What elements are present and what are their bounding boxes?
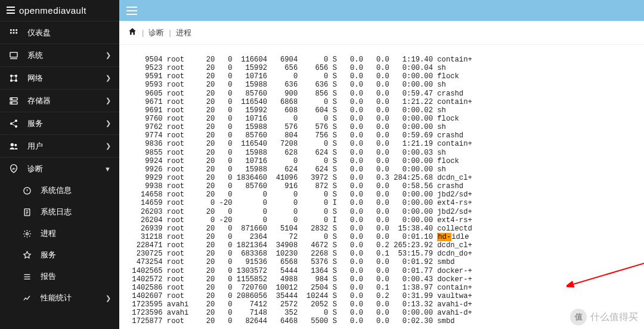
sidebar-item-3[interactable]: 存储器 ❯ [0, 89, 119, 112]
sidebar-item-label: 性能统计 [41, 293, 97, 303]
star-icon [21, 250, 32, 260]
sidebar-item-label: 存储器 [27, 96, 97, 106]
chevron-right-icon: ❯ [106, 142, 111, 150]
chevron-right-icon: ❯ [106, 51, 111, 59]
report-icon [21, 271, 32, 282]
svg-point-25 [26, 232, 28, 235]
breadcrumb-separator: | [169, 28, 171, 37]
network-icon [8, 73, 19, 84]
dashboard-icon [8, 27, 19, 38]
sidebar-item-5[interactable]: 用户 ❯ [0, 134, 119, 157]
svg-point-11 [15, 75, 17, 77]
svg-point-12 [10, 79, 13, 82]
sidebar-item-label: 用户 [27, 141, 97, 152]
sidebar-item-6[interactable]: 诊断 ▼ [0, 157, 119, 180]
sidebar-item-4[interactable]: 服务 ❯ [0, 112, 119, 134]
sidebar-item-label: 系统 [27, 50, 97, 61]
breadcrumb: | 诊断 | 进程 [119, 21, 644, 45]
sidebar-item-label: 网络 [27, 73, 97, 84]
gear-icon [21, 228, 32, 239]
svg-rect-9 [10, 52, 17, 57]
sidebar-item-label: 进程 [41, 228, 111, 239]
chevron-right-icon: ❯ [106, 119, 111, 127]
process-output: 9504 root 20 0 116604 6904 0 S 0.0 0.0 1… [128, 56, 636, 326]
sidebar-sub-item-5[interactable]: 性能统计 ❯ [0, 287, 119, 309]
users-icon [8, 141, 19, 152]
process-list[interactable]: 9504 root 20 0 116604 6904 0 S 0.0 0.0 1… [119, 45, 644, 329]
sidebar-item-label: 诊断 [27, 164, 96, 174]
app-logo[interactable]: openmediavault [0, 0, 119, 21]
breadcrumb-item[interactable]: 诊断 [148, 27, 164, 38]
svg-point-10 [10, 75, 13, 77]
svg-point-17 [11, 102, 12, 103]
chevron-down-icon: ▼ [104, 165, 111, 173]
sidebar-item-1[interactable]: 系统 ❯ [0, 44, 119, 66]
sidebar-sub-item-4[interactable]: 报告 [0, 266, 119, 287]
svg-point-21 [11, 143, 14, 146]
hamburger-button[interactable] [126, 7, 137, 15]
app-name: openmediavault [19, 5, 86, 16]
top-bar [119, 0, 644, 21]
chart-icon [21, 293, 32, 303]
content-area: | 诊断 | 进程 9504 root 20 0 116604 6904 0 S… [119, 21, 644, 329]
svg-rect-2 [7, 13, 15, 14]
sidebar-sub-item-1[interactable]: 系统日志 [0, 201, 119, 223]
sidebar-item-label: 系统信息 [41, 185, 111, 196]
log-icon [21, 207, 32, 217]
sidebar-item-0[interactable]: 仪表盘 [0, 21, 119, 44]
svg-rect-5 [16, 29, 17, 31]
diagnostics-icon [8, 164, 19, 174]
sidebar-sub-item-3[interactable]: 服务 [0, 244, 119, 266]
sidebar-item-label: 仪表盘 [27, 27, 111, 38]
chevron-right-icon: ❯ [106, 294, 111, 302]
svg-rect-6 [10, 32, 12, 33]
svg-rect-4 [13, 29, 15, 31]
breadcrumb-separator: | [142, 28, 144, 37]
breadcrumb-item[interactable]: 进程 [176, 27, 191, 38]
sidebar-item-label: 服务 [27, 118, 97, 129]
svg-rect-0 [7, 7, 15, 8]
svg-point-16 [11, 99, 12, 99]
sidebar-item-label: 系统日志 [41, 207, 111, 217]
chevron-right-icon: ❯ [106, 97, 111, 104]
sidebar-item-label: 报告 [41, 271, 111, 282]
svg-rect-1 [7, 10, 15, 11]
svg-point-22 [14, 144, 17, 146]
sidebar-item-2[interactable]: 网络 ❯ [0, 66, 119, 89]
services-icon [8, 118, 19, 129]
svg-point-19 [10, 122, 13, 125]
svg-rect-7 [13, 32, 15, 33]
system-icon [8, 50, 19, 61]
svg-point-18 [15, 119, 17, 122]
sidebar: openmediavault 仪表盘 系统 ❯ 网络 ❯ 存储器 ❯ 服务 ❯ [0, 0, 119, 329]
svg-point-13 [15, 79, 17, 82]
svg-rect-8 [16, 32, 17, 33]
menu-icon [6, 5, 16, 15]
chevron-right-icon: ❯ [106, 74, 111, 82]
svg-rect-3 [10, 29, 12, 31]
svg-point-20 [15, 125, 17, 127]
sidebar-sub-item-0[interactable]: 系统信息 [0, 180, 119, 201]
storage-icon [8, 96, 19, 106]
sidebar-sub-item-2[interactable]: 进程 [0, 223, 119, 244]
info-icon [21, 185, 32, 196]
sidebar-item-label: 服务 [41, 250, 111, 260]
home-icon[interactable] [128, 27, 137, 38]
